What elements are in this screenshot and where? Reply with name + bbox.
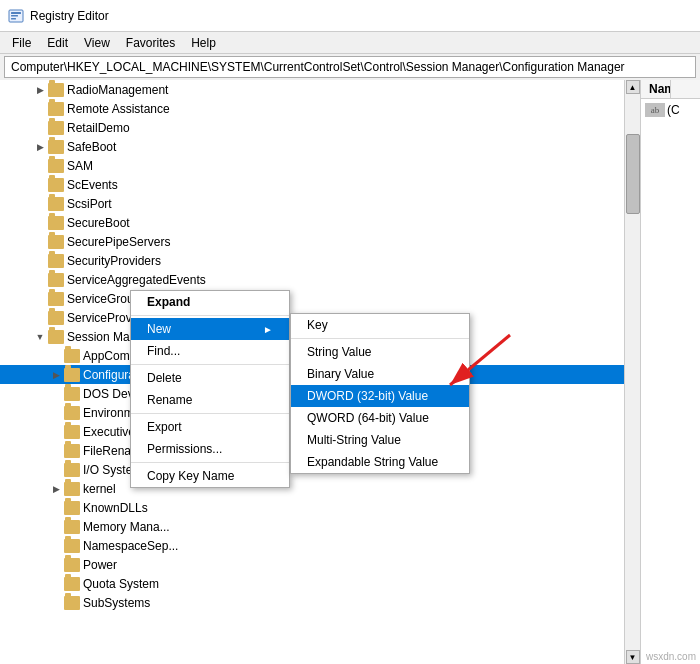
- folder-icon: [48, 273, 64, 287]
- tree-item-securityproviders[interactable]: SecurityProviders: [0, 251, 640, 270]
- submenu-expandablestring[interactable]: Expandable String Value: [291, 451, 469, 473]
- ctx-expand[interactable]: Expand: [131, 291, 289, 313]
- folder-icon: [48, 235, 64, 249]
- folder-icon: [48, 178, 64, 192]
- submenu-key[interactable]: Key: [291, 314, 469, 336]
- tree-item-radiomanagement[interactable]: ▶RadioManagement: [0, 80, 640, 99]
- menu-view[interactable]: View: [76, 34, 118, 52]
- folder-icon: [48, 140, 64, 154]
- menu-bar: File Edit View Favorites Help: [0, 32, 700, 54]
- folder-icon: [48, 83, 64, 97]
- right-panel-header: Nam: [641, 80, 700, 99]
- tree-label: Quota System: [83, 577, 159, 591]
- title-bar-text: Registry Editor: [30, 9, 109, 23]
- tree-label: SubSystems: [83, 596, 150, 610]
- ctx-new-arrow: ►: [263, 324, 273, 335]
- ctx-find[interactable]: Find...: [131, 340, 289, 362]
- tree-label: Memory Mana...: [83, 520, 170, 534]
- tree-item-quotasystem[interactable]: Quota System: [0, 574, 640, 593]
- submenu-qword64[interactable]: QWORD (64-bit) Value: [291, 407, 469, 429]
- scroll-thumb[interactable]: [626, 134, 640, 214]
- folder-icon: [64, 520, 80, 534]
- tree-label: ScEvents: [67, 178, 118, 192]
- tree-panel: ▶RadioManagementRemote AssistanceRetailD…: [0, 80, 640, 664]
- folder-icon: [48, 159, 64, 173]
- expand-arrow: ▼: [32, 332, 48, 342]
- folder-icon: [48, 254, 64, 268]
- tree-item-kernel[interactable]: ▶kernel: [0, 479, 640, 498]
- tree-label: SafeBoot: [67, 140, 116, 154]
- tree-label: SecureBoot: [67, 216, 130, 230]
- folder-icon: [64, 425, 80, 439]
- tree-item-sam[interactable]: SAM: [0, 156, 640, 175]
- tree-label: SAM: [67, 159, 93, 173]
- ctx-rename[interactable]: Rename: [131, 389, 289, 411]
- right-panel-body: ab (C: [641, 99, 700, 121]
- tree-item-secureboot[interactable]: SecureBoot: [0, 213, 640, 232]
- tree-label: Executive: [83, 425, 135, 439]
- folder-icon: [48, 330, 64, 344]
- tree-item-remoteassistance[interactable]: Remote Assistance: [0, 99, 640, 118]
- right-panel-ab: ab (C: [645, 103, 696, 117]
- tree-item-servicegrouporder[interactable]: ServiceGroupOrder: [0, 289, 640, 308]
- svg-rect-1: [11, 12, 21, 14]
- folder-icon: [64, 501, 80, 515]
- tree-item-knowndlls[interactable]: KnownDLLs: [0, 498, 640, 517]
- expand-arrow: ▶: [48, 370, 64, 380]
- scroll-up-arrow[interactable]: ▲: [626, 80, 640, 94]
- tree-item-scevents[interactable]: ScEvents: [0, 175, 640, 194]
- ctx-copykeyname[interactable]: Copy Key Name: [131, 465, 289, 487]
- submenu-sep-1: [291, 338, 469, 339]
- submenu: Key String Value Binary Value DWORD (32-…: [290, 313, 470, 474]
- tree-item-scsiport[interactable]: ScsiPort: [0, 194, 640, 213]
- vertical-scrollbar[interactable]: ▲ ▼: [624, 80, 640, 664]
- folder-icon: [64, 577, 80, 591]
- scroll-down-arrow[interactable]: ▼: [626, 650, 640, 664]
- tree-label: kernel: [83, 482, 116, 496]
- folder-icon: [64, 444, 80, 458]
- folder-icon: [64, 368, 80, 382]
- tree-label: ScsiPort: [67, 197, 112, 211]
- tree-item-memorymana[interactable]: Memory Mana...: [0, 517, 640, 536]
- ctx-sep-4: [131, 462, 289, 463]
- menu-favorites[interactable]: Favorites: [118, 34, 183, 52]
- folder-icon: [64, 596, 80, 610]
- tree-item-retaildemo[interactable]: RetailDemo: [0, 118, 640, 137]
- tree-label: RadioManagement: [67, 83, 168, 97]
- right-panel: Nam ab (C: [640, 80, 700, 664]
- folder-icon: [64, 558, 80, 572]
- address-path: Computer\HKEY_LOCAL_MACHINE\SYSTEM\Curre…: [11, 60, 625, 74]
- tree-label: NamespaceSep...: [83, 539, 178, 553]
- menu-edit[interactable]: Edit: [39, 34, 76, 52]
- ctx-export[interactable]: Export: [131, 416, 289, 438]
- tree-item-subsystems[interactable]: SubSystems: [0, 593, 640, 612]
- ctx-delete[interactable]: Delete: [131, 367, 289, 389]
- menu-help[interactable]: Help: [183, 34, 224, 52]
- folder-icon: [48, 292, 64, 306]
- expand-arrow: ▶: [48, 484, 64, 494]
- tree-label: RetailDemo: [67, 121, 130, 135]
- tree-item-securepipeservers[interactable]: SecurePipeServers: [0, 232, 640, 251]
- submenu-multistring[interactable]: Multi-String Value: [291, 429, 469, 451]
- ctx-new[interactable]: New ►: [131, 318, 289, 340]
- ctx-sep-2: [131, 364, 289, 365]
- folder-icon: [64, 463, 80, 477]
- ctx-permissions[interactable]: Permissions...: [131, 438, 289, 460]
- folder-icon: [64, 406, 80, 420]
- tree-item-power[interactable]: Power: [0, 555, 640, 574]
- svg-rect-2: [11, 15, 18, 17]
- svg-rect-3: [11, 18, 16, 20]
- tree-item-namespacesep[interactable]: NamespaceSep...: [0, 536, 640, 555]
- submenu-dword32[interactable]: DWORD (32-bit) Value: [291, 385, 469, 407]
- submenu-stringvalue[interactable]: String Value: [291, 341, 469, 363]
- title-bar: Registry Editor: [0, 0, 700, 32]
- menu-file[interactable]: File: [4, 34, 39, 52]
- right-panel-parens: (C: [667, 103, 680, 117]
- tree-item-safeboot[interactable]: ▶SafeBoot: [0, 137, 640, 156]
- right-col-name: Nam: [641, 80, 671, 98]
- submenu-binaryvalue[interactable]: Binary Value: [291, 363, 469, 385]
- expand-arrow: ▶: [32, 85, 48, 95]
- folder-icon: [48, 121, 64, 135]
- tree-item-serviceaggregatedevents[interactable]: ServiceAggregatedEvents: [0, 270, 640, 289]
- tree-label: Power: [83, 558, 117, 572]
